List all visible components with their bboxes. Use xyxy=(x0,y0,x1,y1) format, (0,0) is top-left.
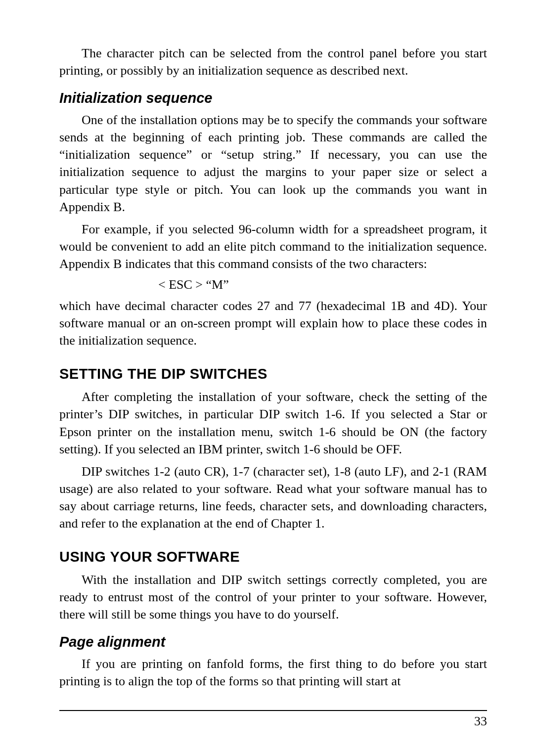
paragraph-page-1: If you are printing on fanfold forms, th… xyxy=(59,655,487,690)
text: DIP switches 1-2 (auto CR), 1-7 (charact… xyxy=(59,464,487,531)
heading-page-alignment: Page alignment xyxy=(59,634,487,650)
paragraph-using-1: With the installation and DIP switch set… xyxy=(59,571,487,623)
text: After completing the installation of you… xyxy=(59,390,487,456)
text: which have decimal character codes 27 an… xyxy=(59,299,487,348)
page-number: 33 xyxy=(474,714,487,728)
paragraph-init-1: One of the installation options may be t… xyxy=(59,111,487,216)
heading-using-your-software: USING YOUR SOFTWARE xyxy=(59,549,487,565)
heading-initialization-sequence: Initialization sequence xyxy=(59,90,487,106)
text: One of the installation options may be t… xyxy=(59,113,487,214)
page-footer: 33 xyxy=(59,710,487,729)
text: For example, if you selected 96-column w… xyxy=(59,222,487,271)
text: The character pitch can be selected from… xyxy=(59,46,487,78)
text: If you are printing on fanfold forms, th… xyxy=(59,657,487,688)
heading-setting-dip-switches: SETTING THE DIP SWITCHES xyxy=(59,366,487,382)
code-esc-m: < ESC > “M” xyxy=(59,277,487,292)
paragraph-init-2: For example, if you selected 96-column w… xyxy=(59,221,487,272)
text: With the installation and DIP switch set… xyxy=(59,573,487,622)
paragraph-dip-1: After completing the installation of you… xyxy=(59,388,487,457)
paragraph-dip-2: DIP switches 1-2 (auto CR), 1-7 (charact… xyxy=(59,463,487,532)
paragraph-intro: The character pitch can be selected from… xyxy=(59,44,487,79)
page-content: The character pitch can be selected from… xyxy=(0,0,534,729)
paragraph-init-3: which have decimal character codes 27 an… xyxy=(59,297,487,349)
